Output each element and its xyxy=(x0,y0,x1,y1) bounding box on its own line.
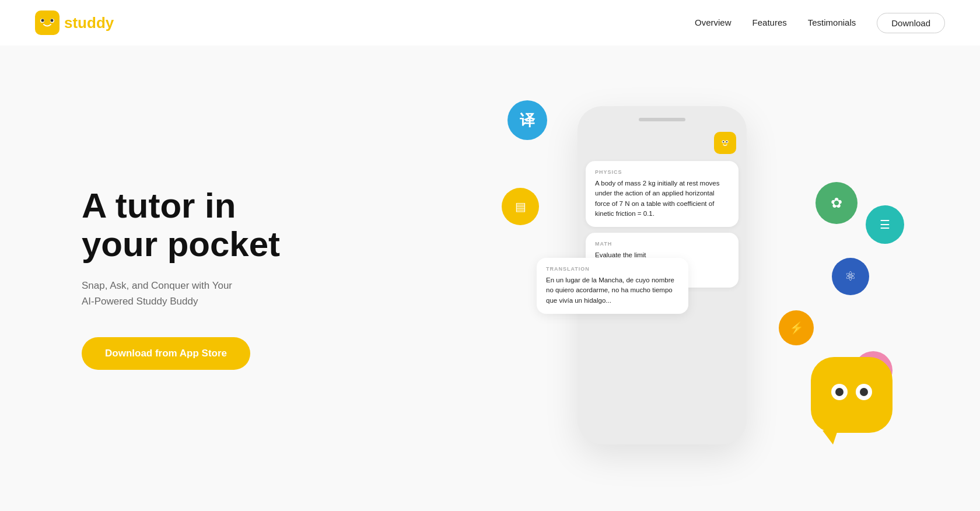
mascot-bubble xyxy=(811,357,892,433)
logo-text: studdy xyxy=(64,14,114,32)
hero-title: A tutor in your pocket xyxy=(82,187,280,264)
math-subject-label: MATH xyxy=(595,241,729,247)
mascot-eye-left xyxy=(831,384,848,400)
translation-card-text: En un lugar de la Mancha, de cuyo nombre… xyxy=(546,275,679,306)
nav-testimonials[interactable]: Testimonials xyxy=(808,18,856,27)
mascot-eyes xyxy=(831,384,872,400)
hero-section: A tutor in your pocket Snap, Ask, and Co… xyxy=(0,46,980,511)
navbar: studdy Overview Features Testimonials Do… xyxy=(0,0,980,46)
hero-cta-button[interactable]: Download from App Store xyxy=(82,337,250,370)
hero-subtitle: Snap, Ask, and Conquer with YourAI-Power… xyxy=(82,278,280,309)
lightning-icon: ⚡ xyxy=(779,310,814,345)
svg-point-9 xyxy=(726,141,727,142)
phone-app-icon xyxy=(714,132,736,154)
svg-rect-0 xyxy=(35,10,60,35)
hero-left: A tutor in your pocket Snap, Ask, and Co… xyxy=(82,187,280,370)
mascot xyxy=(805,357,898,450)
nav-download-button[interactable]: Download xyxy=(877,13,945,33)
atom-icon: ⚛ xyxy=(832,258,869,295)
logo-icon xyxy=(35,10,60,35)
nav-overview[interactable]: Overview xyxy=(695,18,732,27)
physics-subject-label: PHYSICS xyxy=(595,169,729,175)
phone-notch xyxy=(639,118,685,121)
svg-point-8 xyxy=(723,141,724,142)
mascot-eye-right xyxy=(856,384,872,400)
hero-right: 译 ▤ ✿ ☰ ⚛ ⚡ ⚗ xyxy=(502,89,910,468)
physics-card: PHYSICS A body of mass 2 kg initially at… xyxy=(586,161,738,227)
translate-icon: 译 xyxy=(508,100,547,140)
list-icon: ☰ xyxy=(866,205,904,244)
translation-subject-label: TRANSLATION xyxy=(546,266,679,272)
translation-card: TRANSLATION En un lugar de la Mancha, de… xyxy=(537,258,688,314)
logo[interactable]: studdy xyxy=(35,10,114,35)
svg-point-3 xyxy=(41,19,44,22)
physics-card-text: A body of mass 2 kg initially at rest mo… xyxy=(595,178,729,219)
bookmark-icon: ✿ xyxy=(816,182,858,224)
quiz-icon: ▤ xyxy=(502,188,539,225)
mascot-pupil-left xyxy=(835,388,844,396)
svg-rect-5 xyxy=(719,136,732,149)
nav-features[interactable]: Features xyxy=(752,18,787,27)
svg-point-4 xyxy=(51,19,54,22)
nav-links: Overview Features Testimonials Download xyxy=(695,13,945,33)
mascot-pupil-right xyxy=(860,388,868,396)
